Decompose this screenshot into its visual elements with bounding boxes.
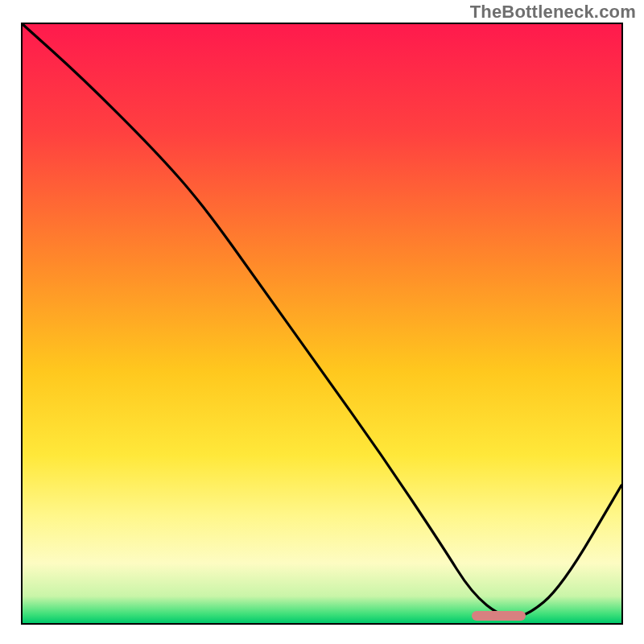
chart-frame [21, 23, 623, 625]
chart-container: TheBottleneck.com [0, 0, 644, 644]
optimal-range-marker [472, 611, 526, 621]
bottleneck-curve [23, 24, 621, 623]
watermark-text: TheBottleneck.com [470, 2, 636, 23]
